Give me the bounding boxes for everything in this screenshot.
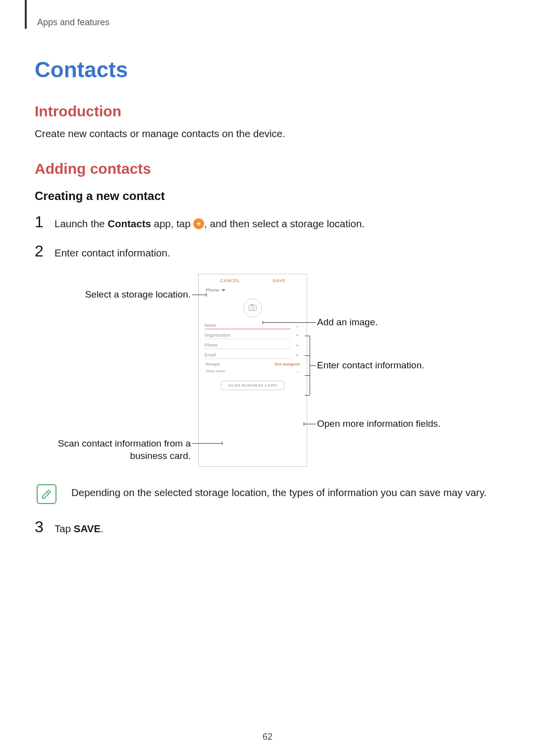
callout-line [263, 322, 316, 323]
step-body: Launch the Contacts app, tap +, and then… [54, 216, 365, 231]
callout-select-storage: Select a storage location. [57, 289, 191, 300]
step-2: 2 Enter contact information. [35, 242, 500, 260]
chevron-down-icon: ⌄ [294, 322, 301, 329]
camera-icon [249, 305, 257, 311]
step-body: Enter contact information. [54, 246, 170, 260]
step3-post: . [101, 523, 104, 534]
pencil-note-icon [41, 489, 52, 500]
step-number: 1 [35, 213, 54, 231]
diagram-new-contact-screen: CANCEL SAVE Phone Name⌄ Organisation+ Ph… [57, 271, 478, 469]
chevron-down-icon: ⌄ [296, 369, 300, 373]
cancel-button: CANCEL [220, 278, 240, 283]
step-number: 3 [35, 518, 54, 536]
subsection-heading-creating-contact: Creating a new contact [35, 189, 500, 203]
section-heading-adding-contacts: Adding contacts [35, 160, 500, 177]
phone-mockup: CANCEL SAVE Phone Name⌄ Organisation+ Ph… [198, 274, 307, 467]
page-corner-border [25, 0, 27, 29]
step-3: 3 Tap SAVE. [35, 518, 500, 536]
step1-post: , and then select a storage location. [204, 218, 365, 229]
step3-pre: Tap [54, 523, 74, 534]
save-button: SAVE [272, 278, 285, 283]
callout-more-fields: Open more information fields. [317, 418, 440, 429]
callout-scan-card: Scan contact information from a business… [57, 438, 191, 462]
avatar-row [199, 295, 307, 320]
step1-mid: app, tap [151, 218, 193, 229]
field-phone: Phone [205, 341, 291, 349]
step3-save-label: SAVE [74, 523, 101, 534]
callout-line [310, 365, 316, 366]
callout-add-image: Add an image. [317, 317, 378, 328]
callout-line [305, 375, 310, 376]
callout-line [192, 295, 206, 295]
section-heading-introduction: Introduction [35, 103, 500, 120]
callout-line [304, 424, 316, 424]
add-contact-icon: + [193, 218, 204, 229]
phone-header: CANCEL SAVE [199, 274, 307, 286]
callout-enter-info: Enter contact information. [317, 360, 425, 371]
add-field-icon: + [294, 342, 301, 349]
step-number: 2 [35, 242, 54, 260]
storage-selector-label: Phone [206, 288, 219, 293]
field-organisation: Organisation [205, 331, 291, 339]
intro-paragraph: Create new contacts or manage contacts o… [35, 128, 500, 140]
callout-line [192, 443, 222, 444]
breadcrumb: Apps and features [37, 17, 500, 28]
groups-label: Groups [206, 362, 219, 366]
scan-business-card-button: SCAN BUSINESS CARD [221, 381, 284, 390]
page-number: 62 [0, 732, 535, 742]
callout-tick [206, 293, 207, 297]
view-more-row: View more⌄ [199, 367, 307, 375]
add-image-button [243, 299, 262, 317]
callout-line [305, 336, 310, 336]
callout-line [305, 355, 310, 356]
field-email: Email [205, 351, 291, 359]
callout-line [305, 395, 310, 396]
callout-tick [263, 321, 263, 324]
groups-value: Not assigned [275, 362, 300, 366]
callout-tick [304, 422, 304, 426]
note-icon [37, 484, 56, 504]
callout-tick [222, 442, 222, 445]
note-text: Depending on the selected storage locati… [71, 485, 486, 500]
add-field-icon: + [294, 352, 301, 358]
step1-pre: Launch the [54, 218, 107, 229]
add-field-icon: + [294, 332, 301, 339]
storage-selector: Phone [199, 286, 307, 295]
page-title: Contacts [35, 57, 500, 82]
step-body: Tap SAVE. [54, 521, 104, 536]
chevron-down-icon [221, 289, 225, 292]
step-1: 1 Launch the Contacts app, tap +, and th… [35, 213, 500, 231]
view-more-label: View more [206, 369, 225, 373]
groups-row: GroupsNot assigned [199, 360, 307, 367]
note-block: Depending on the selected storage locati… [37, 484, 500, 504]
step1-app-name: Contacts [107, 218, 151, 229]
